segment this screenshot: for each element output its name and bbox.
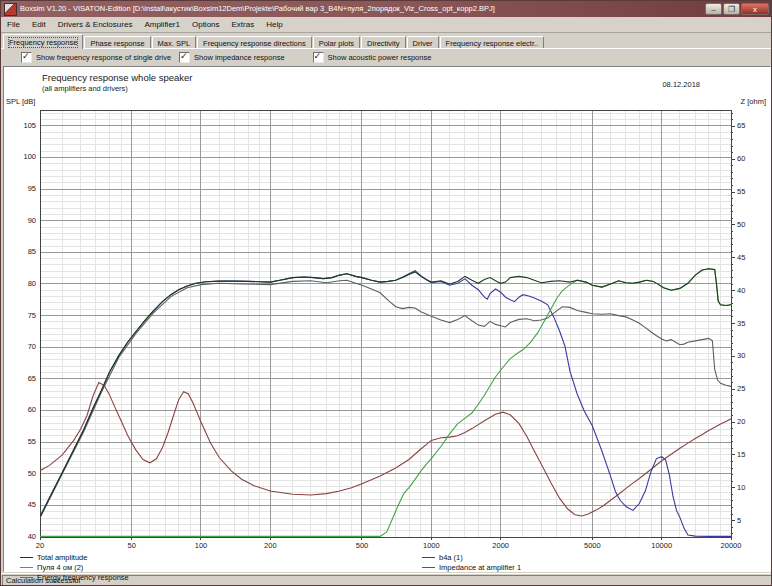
legend-item-пуля-4-ом-2-: Пуля 4 ом (2) — [20, 563, 83, 572]
boxsim-window: Boxsim V1.20 - VISATON-Edition [D:\insta… — [0, 0, 772, 586]
tab-label: Frequency response — [9, 38, 77, 47]
check-mark-icon: ✓ — [22, 51, 30, 62]
series-impedance-at-amplifier-1 — [40, 383, 731, 516]
checkbox-item-2[interactable]: ✓Show impedance response — [179, 52, 284, 63]
checkbox-label: Show acoustic power response — [328, 53, 432, 63]
app-icon — [4, 3, 17, 16]
y-axis-left-label: SPL [dB] — [6, 97, 35, 106]
y-right-tick-35: 35 — [737, 320, 745, 328]
y-left-tick-70: 70 — [14, 343, 36, 351]
window-title: Boxsim V1.20 - VISATON-Edition [D:\insta… — [20, 1, 704, 17]
legend-line-swatch — [20, 557, 33, 558]
y-axis-right-label: Z [ohm] — [741, 97, 766, 106]
chart-subtitle: (all amplifiers and drivers) — [42, 84, 128, 93]
y-left-tick-75: 75 — [14, 312, 36, 320]
legend-label: b4a (1) — [439, 553, 463, 562]
x-tick-500: 500 — [345, 542, 379, 550]
check-mark-icon: ✓ — [180, 51, 188, 62]
checkbox-2[interactable]: ✓ — [179, 52, 190, 63]
y-left-tick-90: 90 — [14, 217, 36, 225]
tab-label: Frequency response directions — [203, 39, 306, 48]
y-right-tick-20: 20 — [737, 418, 745, 426]
chart-date: 08.12.2018 — [662, 80, 700, 89]
y-right-tick-60: 60 — [737, 155, 745, 163]
x-tick-10000: 10000 — [645, 542, 679, 550]
chart-title: Frequency response whole speaker — [42, 72, 193, 83]
series-b4a-1- — [40, 271, 731, 537]
y-left-tick-100: 100 — [14, 153, 36, 161]
y-right-tick-15: 15 — [737, 451, 745, 459]
checkbox-item-1[interactable]: ✓Show frequency response of single drive — [21, 52, 171, 63]
tab-label: Driver — [413, 39, 433, 48]
menu-item-help[interactable]: Help — [260, 18, 288, 32]
y-right-tick-30: 30 — [737, 352, 745, 360]
legend-label: Пуля 4 ом (2) — [37, 563, 83, 572]
chart-area: Frequency response whole speaker (all am… — [3, 66, 771, 572]
legend-item-total-amplitude: Total amplitude — [20, 553, 87, 562]
y-right-tick-65: 65 — [737, 122, 745, 130]
y-left-tick-45: 45 — [14, 501, 36, 509]
legend-line-swatch — [422, 567, 435, 568]
minimize-button[interactable]: – — [705, 3, 722, 15]
legend-line-swatch — [20, 577, 33, 578]
y-left-tick-105: 105 — [14, 122, 36, 130]
menu-item-extras[interactable]: Extras — [226, 18, 261, 32]
checkbox-label: Show impedance response — [194, 53, 284, 63]
menu-item-amplifier1[interactable]: Amplifier1 — [138, 18, 186, 32]
y-left-tick-55: 55 — [14, 438, 36, 446]
frequency-response-plot — [32, 105, 744, 551]
legend-line-swatch — [422, 557, 435, 558]
legend-item-impedance-at-amplifier-1: Impedance at amplifier 1 — [422, 563, 521, 572]
x-tick-5000: 5000 — [575, 542, 609, 550]
y-left-tick-40: 40 — [14, 533, 36, 541]
checkbox-3[interactable]: ✓ — [313, 52, 324, 63]
tab-strip: Frequency responsePhase responseMax. SPL… — [1, 33, 771, 49]
tab-label: Max. SPL — [158, 39, 191, 48]
maximize-button[interactable]: ❐ — [723, 3, 740, 15]
menu-item-edit[interactable]: Edit — [26, 18, 52, 32]
checkbox-row: ✓Show frequency response of single drive… — [1, 51, 772, 64]
y-left-tick-65: 65 — [14, 375, 36, 383]
x-tick-2000: 2000 — [484, 542, 518, 550]
menu-bar: FileEditDrivers & EnclosuresAmplifier1Op… — [1, 17, 771, 33]
x-tick-50: 50 — [115, 542, 149, 550]
checkbox-1[interactable]: ✓ — [21, 52, 32, 63]
y-left-tick-95: 95 — [14, 185, 36, 193]
title-bar[interactable]: Boxsim V1.20 - VISATON-Edition [D:\insta… — [1, 1, 771, 17]
legend-item-b4a-1-: b4a (1) — [422, 553, 463, 562]
y-right-tick-5: 5 — [737, 517, 741, 525]
x-tick-20000: 20000 — [714, 542, 748, 550]
x-tick-200: 200 — [253, 542, 287, 550]
y-right-tick-10: 10 — [737, 484, 745, 492]
check-mark-icon: ✓ — [314, 51, 322, 62]
tab-page: ✓Show frequency response of single drive… — [1, 48, 772, 573]
x-tick-100: 100 — [184, 542, 218, 550]
y-left-tick-85: 85 — [14, 248, 36, 256]
y-right-tick-45: 45 — [737, 254, 745, 262]
menu-item-file[interactable]: File — [1, 18, 26, 32]
tab-label: Frequency response electr.. — [446, 39, 539, 48]
tab-label: Directivity — [367, 39, 400, 48]
x-tick-20: 20 — [23, 542, 57, 550]
y-right-tick-25: 25 — [737, 385, 745, 393]
y-left-tick-80: 80 — [14, 280, 36, 288]
y-right-tick-55: 55 — [737, 188, 745, 196]
tab-label: Phase response — [90, 39, 144, 48]
checkbox-label: Show frequency response of single drive — [36, 53, 171, 63]
legend-label: Total amplitude — [37, 553, 87, 562]
menu-item-options[interactable]: Options — [186, 18, 226, 32]
close-button[interactable]: x — [741, 3, 769, 15]
legend-label: Energy frequency response — [37, 573, 129, 582]
y-left-tick-60: 60 — [14, 406, 36, 414]
menu-item-drivers-enclosures[interactable]: Drivers & Enclosures — [52, 18, 139, 32]
checkbox-item-3[interactable]: ✓Show acoustic power response — [313, 52, 432, 63]
legend-label: Impedance at amplifier 1 — [439, 563, 521, 572]
y-right-tick-40: 40 — [737, 287, 745, 295]
y-right-tick-50: 50 — [737, 221, 745, 229]
tab-label: Polar plots — [319, 39, 354, 48]
x-tick-1000: 1000 — [414, 542, 448, 550]
y-left-tick-50: 50 — [14, 470, 36, 478]
legend-line-swatch — [20, 567, 33, 568]
tab-frequency-response[interactable]: Frequency response — [3, 34, 83, 49]
legend-item-energy-frequency-response: Energy frequency response — [20, 573, 129, 582]
